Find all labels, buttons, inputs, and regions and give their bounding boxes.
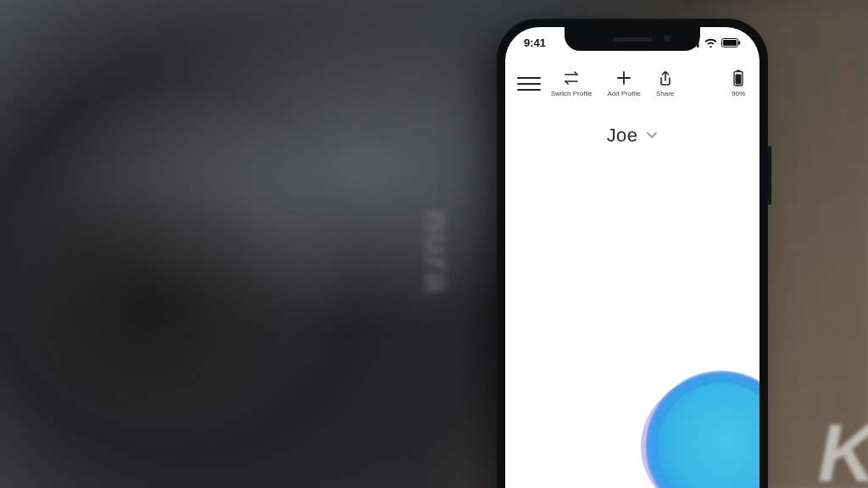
phone-notch [565, 27, 700, 51]
scene-background: nura K 9:41 [0, 0, 868, 488]
profile-selector[interactable]: Joe [505, 125, 760, 147]
notch-camera [664, 35, 671, 42]
add-profile-label: Add Profile [607, 90, 640, 97]
product-brand-text: nura [417, 210, 458, 294]
share-button[interactable]: Share [656, 69, 675, 97]
phone-frame: 9:41 [497, 19, 768, 488]
svg-rect-5 [723, 40, 737, 46]
corner-watermark: K [818, 407, 868, 488]
battery-icon [721, 38, 741, 47]
plus-icon [615, 69, 633, 86]
wifi-icon [704, 38, 717, 47]
app-content: Switch Profile Add Profile [505, 61, 760, 488]
switch-profile-label: Switch Profile [551, 90, 592, 97]
phone-side-button [768, 146, 771, 205]
chevron-down-icon [646, 128, 658, 143]
notch-speaker [613, 37, 652, 42]
hearing-profile-visualization [505, 147, 760, 488]
phone-screen: 9:41 [505, 27, 760, 488]
share-label: Share [656, 90, 674, 97]
status-time: 9:41 [524, 36, 546, 49]
svg-rect-9 [736, 75, 742, 85]
svg-rect-8 [737, 70, 740, 72]
device-battery-icon [729, 69, 748, 86]
menu-button[interactable] [517, 69, 541, 95]
device-battery-indicator: 90% [729, 69, 748, 97]
app-toolbar: Switch Profile Add Profile [505, 66, 760, 104]
svg-rect-6 [738, 41, 740, 45]
profile-name: Joe [607, 125, 637, 147]
profile-blob [632, 358, 760, 488]
switch-profile-button[interactable]: Switch Profile [551, 69, 592, 97]
switch-profile-icon [562, 69, 581, 86]
add-profile-button[interactable]: Add Profile [607, 69, 640, 97]
device-battery-label: 90% [732, 90, 745, 97]
share-icon [656, 69, 675, 86]
